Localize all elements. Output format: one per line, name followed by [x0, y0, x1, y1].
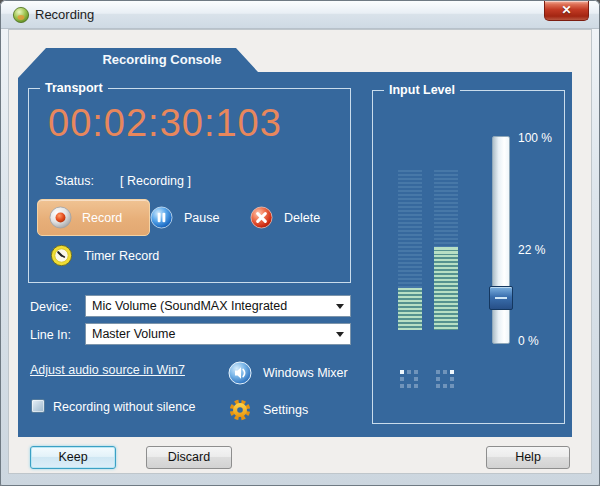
app-icon: [12, 6, 30, 24]
silence-checkbox-label[interactable]: Recording without silence: [53, 400, 195, 414]
volume-slider-thumb[interactable]: [489, 286, 513, 310]
timer-display: 00:02:30:103: [48, 102, 328, 145]
settings-button[interactable]: Settings: [228, 398, 308, 422]
delete-button-label: Delete: [284, 211, 320, 225]
slider-current-label: 22 %: [518, 243, 545, 257]
settings-label: Settings: [263, 403, 308, 417]
recording-dialog: Recording ✕ Recording Console Transport …: [0, 0, 600, 486]
timer-record-button[interactable]: Timer Record: [50, 244, 159, 267]
device-selected-value: Mic Volume (SoundMAX Integrated: [86, 299, 330, 313]
gear-icon: [228, 398, 252, 422]
window-title: Recording: [35, 7, 94, 22]
status-value: [ Recording ]: [120, 174, 191, 188]
device-select[interactable]: Mic Volume (SoundMAX Integrated: [85, 295, 351, 317]
delete-icon: [250, 206, 273, 229]
chevron-down-icon: [330, 304, 350, 309]
keep-button[interactable]: Keep: [30, 446, 116, 469]
slider-max-label: 100 %: [518, 131, 552, 145]
peak-indicator-left: [400, 370, 418, 388]
status-label: Status:: [55, 174, 94, 188]
adjust-audio-source-link[interactable]: Adjust audio source in Win7: [30, 363, 185, 377]
help-button[interactable]: Help: [486, 446, 570, 469]
line-in-label: Line In:: [30, 328, 71, 342]
timer-record-label: Timer Record: [84, 249, 159, 263]
tab-recording-console[interactable]: Recording Console: [74, 52, 250, 67]
device-label: Device:: [30, 300, 72, 314]
clock-icon: [50, 244, 73, 267]
vu-meter-left: [398, 170, 422, 330]
pause-button[interactable]: Pause: [150, 206, 219, 229]
pause-icon: [150, 206, 173, 229]
transport-group-label: Transport: [40, 81, 108, 95]
record-button-label: Record: [82, 211, 122, 225]
peak-indicator-right: [436, 370, 454, 388]
discard-button[interactable]: Discard: [146, 446, 232, 469]
close-button[interactable]: ✕: [544, 1, 589, 21]
input-level-group-label: Input Level: [384, 83, 460, 97]
windows-mixer-button[interactable]: Windows Mixer: [228, 361, 348, 385]
title-bar: Recording ✕: [1, 1, 599, 29]
slider-min-label: 0 %: [518, 334, 539, 348]
line-in-select[interactable]: Master Volume: [85, 323, 351, 345]
silence-checkbox[interactable]: [31, 399, 45, 413]
chevron-down-icon: [330, 332, 350, 337]
record-button[interactable]: Record: [37, 199, 150, 236]
speaker-icon: [228, 361, 252, 385]
volume-slider-track[interactable]: [492, 136, 510, 344]
vu-meter-right-fill: [434, 247, 458, 330]
vu-meter-right: [434, 170, 458, 330]
delete-button[interactable]: Delete: [250, 206, 320, 229]
windows-mixer-label: Windows Mixer: [263, 366, 348, 380]
vu-meter-left-fill: [398, 288, 422, 330]
pause-button-label: Pause: [184, 211, 219, 225]
line-in-selected-value: Master Volume: [86, 327, 330, 341]
record-icon: [49, 206, 72, 229]
close-icon: ✕: [561, 3, 571, 17]
